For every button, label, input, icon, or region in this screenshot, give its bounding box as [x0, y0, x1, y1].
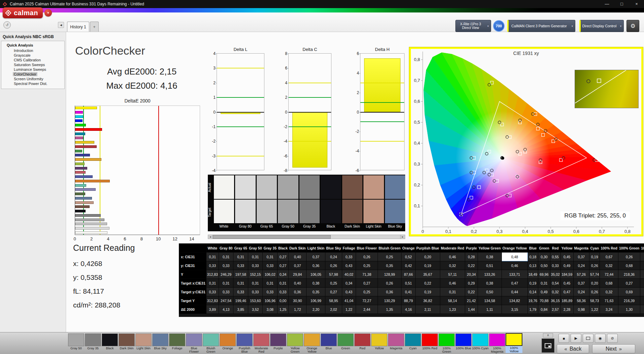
- table-cell[interactable]: 0,28: [465, 253, 478, 261]
- table-cell[interactable]: 0,06: [640, 261, 644, 270]
- table-cell[interactable]: 128,99: [378, 270, 401, 279]
- cancel-button[interactable]: ⊘: [607, 334, 618, 343]
- table-cell[interactable]: 0,26: [356, 253, 378, 261]
- table-cell[interactable]: 1,79: [527, 305, 538, 314]
- pattern-swatch-foliage[interactable]: Foliage: [169, 333, 186, 353]
- table-cell[interactable]: 0,36: [289, 288, 307, 296]
- table-cell[interactable]: 0,22: [465, 288, 478, 296]
- back-button[interactable]: « Back: [557, 344, 589, 353]
- table-cell[interactable]: 0,67: [600, 253, 618, 261]
- table-cell[interactable]: 0,33: [248, 261, 263, 270]
- table-cell[interactable]: 0,26: [618, 253, 640, 261]
- table-cell[interactable]: 0,26: [378, 279, 401, 288]
- table-cell[interactable]: 4,16: [401, 305, 416, 314]
- table-cell[interactable]: 0,90: [640, 305, 644, 314]
- table-cell[interactable]: 2,57: [550, 305, 560, 314]
- table-cell[interactable]: 0,19: [589, 253, 600, 261]
- table-cell[interactable]: 0,31: [206, 279, 219, 288]
- table-cell[interactable]: 106,05: [307, 270, 325, 279]
- play-button[interactable]: ▶: [571, 334, 581, 343]
- table-cell[interactable]: 35,02: [550, 270, 560, 279]
- pattern-swatch-magenta[interactable]: Magenta: [388, 333, 405, 353]
- table-cell[interactable]: 35,67: [416, 270, 440, 279]
- table-cell[interactable]: 106,02: [263, 270, 278, 279]
- pattern-swatch-100-magenta[interactable]: 100% Magenta: [489, 333, 506, 353]
- table-cell[interactable]: 133,71: [502, 270, 527, 279]
- table-cell[interactable]: 312,83: [206, 270, 219, 279]
- table-cell[interactable]: 1,11: [478, 305, 502, 314]
- pattern-swatch-blue-sky[interactable]: Blue Sky: [152, 333, 169, 353]
- display-control-dropdown[interactable]: Direct Display Control ▼: [579, 20, 624, 32]
- table-cell[interactable]: 57,74: [589, 270, 600, 279]
- sidebar-item-quick-analysis[interactable]: Quick Analysis: [1, 42, 64, 48]
- table-cell[interactable]: 134,82: [502, 296, 527, 305]
- table-cell[interactable]: 1,22: [342, 305, 356, 314]
- table-cell[interactable]: 30,90: [289, 296, 307, 305]
- table-cell[interactable]: 36,15: [550, 296, 560, 305]
- table-cell[interactable]: 0,33: [233, 288, 248, 296]
- table-cell[interactable]: 20,34: [465, 270, 478, 279]
- table-cell[interactable]: 0,34: [342, 279, 356, 288]
- table-cell[interactable]: 21,42: [465, 296, 478, 305]
- pattern-swatch-yellow-green[interactable]: Yellow Green: [287, 333, 303, 353]
- table-cell[interactable]: 0,43: [342, 288, 356, 296]
- table-cell[interactable]: 0,31: [219, 279, 233, 288]
- table-cell[interactable]: 58,14: [440, 296, 465, 305]
- table-cell[interactable]: 0,27: [325, 288, 342, 296]
- table-cell[interactable]: 0,33: [219, 261, 233, 270]
- table-cell[interactable]: 247,54: [219, 296, 233, 305]
- table-cell[interactable]: 71,38: [356, 270, 378, 279]
- table-cell[interactable]: 152,15: [248, 270, 263, 279]
- sidebar-item-spectral-power-dist[interactable]: Spectral Power Dist.: [13, 81, 64, 86]
- table-cell[interactable]: 58,36: [573, 296, 589, 305]
- table-cell[interactable]: 88,79: [401, 296, 416, 305]
- table-cell[interactable]: 0,15: [640, 279, 644, 288]
- table-cell[interactable]: 0,31: [219, 253, 233, 261]
- meter-status-badge[interactable]: 700: [493, 20, 505, 32]
- table-cell[interactable]: 0,22: [465, 261, 478, 270]
- table-cell[interactable]: 0,49: [538, 288, 550, 296]
- pattern-swatch-blue[interactable]: Blue: [320, 333, 337, 353]
- table-cell[interactable]: 0,29: [465, 279, 478, 288]
- table-cell[interactable]: 106,99: [307, 296, 325, 305]
- table-cell[interactable]: 0,46: [440, 253, 465, 261]
- sidebar-item-colorchecker[interactable]: ColorChecker: [13, 72, 64, 77]
- table-cell[interactable]: 0,52: [401, 253, 416, 261]
- pattern-swatch-gray-35[interactable]: Gray 35: [85, 333, 101, 353]
- table-cell[interactable]: 0,33: [342, 253, 356, 261]
- meter-dropdown[interactable]: X-Rite i1Pro 3 Direct View ▼: [455, 20, 491, 32]
- table-cell[interactable]: 87,66: [401, 270, 416, 279]
- table-cell[interactable]: 0,32: [440, 261, 465, 270]
- table-cell[interactable]: 0,27: [356, 279, 378, 288]
- table-cell[interactable]: 0,15: [640, 253, 644, 261]
- table-cell[interactable]: 69,96: [538, 270, 550, 279]
- sidebar-item-cms-calibration[interactable]: CMS Calibration: [13, 58, 64, 62]
- table-cell[interactable]: 0,68: [618, 261, 640, 270]
- table-cell[interactable]: 0,31: [538, 279, 550, 288]
- table-cell[interactable]: 0,31: [440, 288, 465, 296]
- table-cell[interactable]: 0,33: [219, 288, 233, 296]
- table-cell[interactable]: 0,33: [206, 288, 219, 296]
- table-cell[interactable]: 0,42: [401, 261, 416, 270]
- table-cell[interactable]: 312,83: [206, 296, 219, 305]
- table-cell[interactable]: 130,29: [378, 296, 401, 305]
- table-cell[interactable]: 1,72: [289, 305, 307, 314]
- table-cell[interactable]: 0,38: [478, 253, 502, 261]
- table-cell[interactable]: 0,26: [589, 261, 600, 270]
- table-cell[interactable]: 0,19: [416, 288, 440, 296]
- table-cell[interactable]: 2,28: [560, 305, 573, 314]
- table-cell[interactable]: 72,44: [600, 270, 618, 279]
- table-cell[interactable]: 0,38: [478, 279, 502, 288]
- table-cell[interactable]: 3,85: [233, 305, 248, 314]
- pattern-swatch-bluish-green[interactable]: Bluish Green: [202, 333, 219, 353]
- collapse-pattern-bar-button[interactable]: ∧: [543, 333, 553, 337]
- swatch-grid-scrollbar[interactable]: ◄ ►: [208, 235, 405, 239]
- table-cell[interactable]: 1,25: [278, 305, 289, 314]
- pattern-swatch-100-yellow[interactable]: 100% Yellow: [506, 333, 522, 353]
- table-cell[interactable]: 0,33: [263, 288, 278, 296]
- table-cell[interactable]: 72,27: [356, 296, 378, 305]
- table-cell[interactable]: 0,20: [416, 253, 440, 261]
- table-cell[interactable]: 1,22: [589, 305, 600, 314]
- table-cell[interactable]: 0,19: [416, 261, 440, 270]
- table-cell[interactable]: 185,89: [560, 296, 573, 305]
